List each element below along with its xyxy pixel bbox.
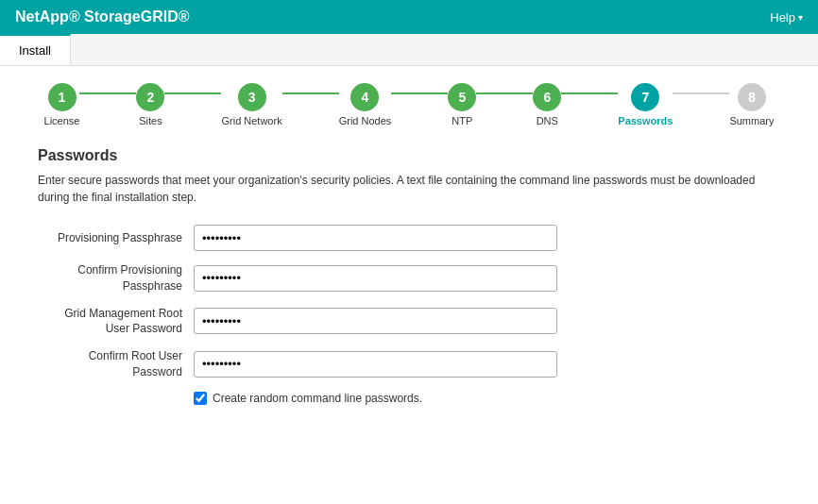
step-label-6: DNS bbox=[537, 115, 558, 126]
step-label-8: Summary bbox=[729, 115, 774, 126]
connector-3-4 bbox=[282, 92, 339, 94]
step-circle-8: 8 bbox=[738, 83, 766, 111]
step-label-2: Sites bbox=[139, 115, 162, 126]
step-circle-4: 4 bbox=[350, 83, 379, 111]
provisioning-passphrase-label: Provisioning Passphrase bbox=[38, 230, 194, 246]
provisioning-passphrase-input[interactable] bbox=[194, 225, 557, 251]
confirm-root-row: Confirm Root User Password bbox=[38, 348, 780, 380]
step-label-1: License bbox=[44, 115, 80, 126]
page-title: Passwords bbox=[38, 147, 780, 164]
random-passwords-label[interactable]: Create random command line passwords. bbox=[213, 392, 422, 405]
step-2: 2 Sites bbox=[136, 83, 164, 126]
confirm-root-label: Confirm Root User Password bbox=[38, 348, 194, 380]
connector-1-2 bbox=[79, 92, 136, 94]
step-circle-2: 2 bbox=[136, 83, 164, 111]
grid-mgmt-input[interactable] bbox=[194, 308, 557, 334]
grid-mgmt-label: Grid Management Root User Password bbox=[38, 306, 194, 338]
confirm-root-input[interactable] bbox=[194, 351, 557, 378]
help-label: Help bbox=[770, 10, 795, 25]
connector-4-5 bbox=[391, 92, 448, 94]
confirm-provisioning-label: Confirm Provisioning Passphrase bbox=[38, 262, 194, 294]
step-7: 7 Passwords bbox=[618, 83, 673, 126]
confirm-provisioning-row: Confirm Provisioning Passphrase bbox=[38, 262, 780, 294]
step-circle-5: 5 bbox=[448, 83, 476, 111]
connector-7-8 bbox=[673, 92, 729, 94]
checkbox-row: Create random command line passwords. bbox=[38, 392, 780, 405]
grid-mgmt-row: Grid Management Root User Password bbox=[38, 306, 780, 338]
page-description: Enter secure passwords that meet your or… bbox=[38, 172, 780, 206]
step-5: 5 NTP bbox=[448, 83, 476, 126]
step-label-4: Grid Nodes bbox=[339, 115, 392, 126]
provisioning-passphrase-row: Provisioning Passphrase bbox=[38, 225, 780, 251]
step-circle-1: 1 bbox=[48, 83, 77, 111]
step-8: 8 Summary bbox=[729, 83, 774, 126]
header: NetApp® StorageGRID® Help ▾ bbox=[0, 0, 818, 34]
step-label-5: NTP bbox=[452, 115, 472, 126]
step-3: 3 Grid Network bbox=[221, 83, 281, 126]
step-1: 1 License bbox=[44, 83, 80, 126]
tab-bar: Install bbox=[0, 34, 818, 66]
main-content: Passwords Enter secure passwords that me… bbox=[0, 136, 818, 424]
tab-install[interactable]: Install bbox=[0, 34, 71, 65]
wizard-steps: 1 License 2 Sites 3 Grid Network 4 Grid … bbox=[0, 66, 818, 136]
connector-6-7 bbox=[561, 92, 618, 94]
random-passwords-checkbox[interactable] bbox=[194, 392, 207, 405]
help-chevron-icon: ▾ bbox=[798, 12, 803, 23]
step-circle-7: 7 bbox=[631, 83, 659, 111]
confirm-provisioning-input[interactable] bbox=[194, 265, 557, 292]
step-4: 4 Grid Nodes bbox=[339, 83, 392, 126]
step-label-7: Passwords bbox=[618, 115, 673, 126]
app-logo: NetApp® StorageGRID® bbox=[15, 8, 189, 25]
connector-5-6 bbox=[476, 92, 533, 94]
step-label-3: Grid Network bbox=[221, 115, 281, 126]
connector-2-3 bbox=[164, 92, 221, 94]
help-menu[interactable]: Help ▾ bbox=[770, 10, 803, 25]
step-6: 6 DNS bbox=[533, 83, 561, 126]
step-circle-6: 6 bbox=[533, 83, 561, 111]
step-circle-3: 3 bbox=[238, 83, 266, 111]
